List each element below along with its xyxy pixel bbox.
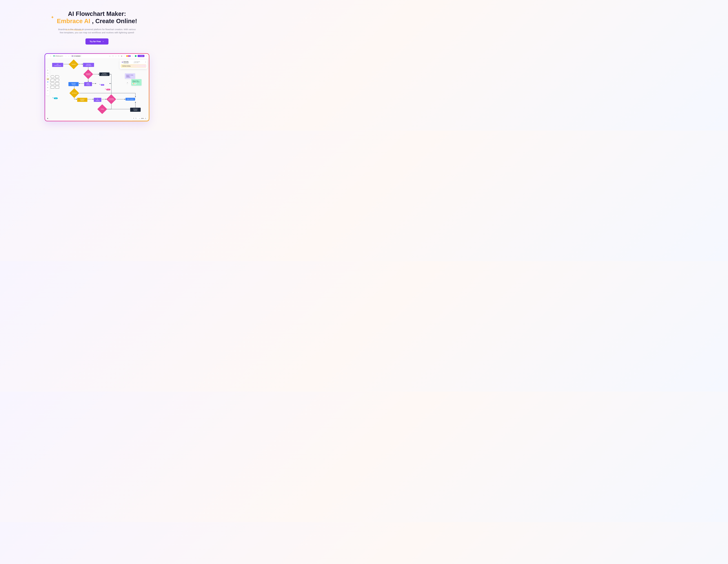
ai-prompt-input[interactable]: Interface testing → <box>121 64 146 68</box>
app-screenshot: ‹ ≡ Whiteboard ▾ ⬨ ⌕ AI Assistant ▸ ✦ ◌ … <box>45 53 149 121</box>
line-tool[interactable]: ∿ <box>46 84 49 86</box>
help-icon[interactable]: ? <box>145 55 147 57</box>
ai-assistant-button[interactable]: AI Assistant <box>71 55 82 57</box>
node-functional[interactable]: Functional Validation <box>83 69 93 79</box>
share-icon: ⇪ <box>139 55 140 57</box>
cursor-jack: Jack <box>54 98 58 99</box>
points-label: ⏱ Remaining points:200 <box>134 61 144 63</box>
cursor-tool[interactable]: ✦ <box>46 69 49 72</box>
node-basic[interactable]: Basic Testing <box>84 82 92 86</box>
reaction-badge[interactable]: 🥳 24 <box>132 83 136 84</box>
undo-button[interactable]: ↶ <box>133 118 134 119</box>
sticky-purple[interactable]: Great! So many shapes available! <box>125 73 135 79</box>
cursor-mode[interactable]: ▹ <box>139 118 140 119</box>
collaborator-avatars[interactable] <box>127 55 131 57</box>
sparkle-icon: ✦ <box>51 15 54 20</box>
shapes-palette <box>51 75 59 89</box>
reaction-count[interactable]: 6 <box>126 82 128 84</box>
shape-folder[interactable] <box>55 86 59 89</box>
subtitle: Boardmix is the ultimate AI-powered plat… <box>56 28 138 34</box>
page-title: ✦ AI Flowchart Maker: Embrace AI , Creat… <box>57 10 137 25</box>
history-icon[interactable]: ↻ <box>118 55 120 57</box>
node-test-report[interactable]: Test Report <box>69 88 79 98</box>
play-icon[interactable]: ▸ <box>109 55 111 57</box>
board-name-selector[interactable]: Whiteboard ▾ <box>52 55 64 57</box>
shape-cylinder[interactable] <box>51 82 54 85</box>
pen-tool[interactable]: ✎ <box>46 86 49 89</box>
node-interface-gen[interactable]: Interface Generation <box>83 63 94 67</box>
minimap-button[interactable]: ▣ <box>46 117 49 120</box>
node-problem[interactable]: Problem Notifications <box>99 73 109 76</box>
shape-rect[interactable] <box>55 75 59 78</box>
ai-generate-panel: ‹ Generate flowchart ⏱ Remaining points:… <box>120 60 147 69</box>
shape-note[interactable] <box>51 86 54 89</box>
canvas[interactable]: ✦ ▢ T ◪ ◉ ∿ ✎ ⤫ ⋯ <box>45 58 149 121</box>
try-free-button[interactable]: Try for Free → <box>85 38 108 45</box>
zoom-controls: ↶ ↷ | ▹ 100% ▢ <box>132 117 147 120</box>
tools-panel: ✦ ▢ T ◪ ◉ ∿ ✎ ⤫ ⋯ <box>46 68 50 96</box>
node-security[interactable]: Security Testing <box>68 82 79 86</box>
back-icon[interactable]: ‹ <box>121 61 121 63</box>
shape-table[interactable] <box>55 82 59 85</box>
redo-button[interactable]: ↷ <box>135 118 136 119</box>
menu-button[interactable]: ≡ <box>50 55 52 57</box>
node-production[interactable]: Production Environment <box>106 94 116 104</box>
arrow-icon: → <box>102 40 104 43</box>
shape-parallelogram[interactable] <box>50 79 55 82</box>
node-ci[interactable]: CI Testing <box>94 98 101 102</box>
highlight-text: Embrace AI <box>57 18 92 24</box>
node-api[interactable]: API development <box>52 63 63 67</box>
shape-tool[interactable]: ◉ <box>46 81 49 83</box>
zoom-level[interactable]: 100% <box>141 118 144 119</box>
shape-document[interactable] <box>55 79 59 82</box>
text-tool[interactable]: T <box>46 75 49 77</box>
close-icon[interactable]: ✕ <box>145 61 146 63</box>
sticky-green[interactable]: Easy to work together online! 🥳 24 <box>131 79 142 86</box>
avatar <box>129 55 131 57</box>
shape-rounded[interactable] <box>51 75 54 78</box>
layers-icon[interactable]: ▦ <box>121 55 123 57</box>
node-analysis[interactable]: Analysis Report <box>77 98 87 102</box>
fireworks-icon[interactable]: ✦ <box>112 55 114 57</box>
node-dark-launch[interactable]: Dark Launch <box>126 98 135 101</box>
send-icon[interactable]: → <box>144 65 145 67</box>
node-failing[interactable]: Failing <box>97 104 107 114</box>
connector-tool[interactable]: ⤫ <box>46 89 49 92</box>
search-icon[interactable]: ⌕ <box>68 55 70 57</box>
app-toolbar: ‹ ≡ Whiteboard ▾ ⬨ ⌕ AI Assistant ▸ ✦ ◌ … <box>45 54 149 58</box>
sticky-tool[interactable]: ◪ <box>46 78 49 80</box>
back-button[interactable]: ‹ <box>47 55 49 57</box>
share-button[interactable]: ⇪ Share <box>138 55 144 57</box>
ai-logo-icon <box>72 55 73 57</box>
divider: | <box>132 55 134 57</box>
node-delayed[interactable]: Delayed Launch <box>130 108 141 112</box>
user-avatar[interactable] <box>135 55 137 57</box>
node-validation[interactable]: Validation <box>69 59 79 69</box>
fit-button[interactable]: ▢ <box>145 118 146 119</box>
more-tools[interactable]: ⋯ <box>46 92 49 95</box>
cloud-icon <box>53 55 55 56</box>
ai-logo-icon <box>122 62 123 63</box>
cursor-eric: Eric <box>101 84 104 86</box>
comment-icon[interactable]: ◌ <box>115 55 117 57</box>
tag-icon[interactable]: ⬨ <box>65 55 67 57</box>
frame-tool[interactable]: ▢ <box>46 72 49 75</box>
underline-decoration <box>57 25 92 26</box>
chevron-down-icon: ▾ <box>62 55 63 57</box>
more-icon[interactable]: ⋯ <box>124 55 126 57</box>
cursor-anna: Anna <box>106 89 110 90</box>
